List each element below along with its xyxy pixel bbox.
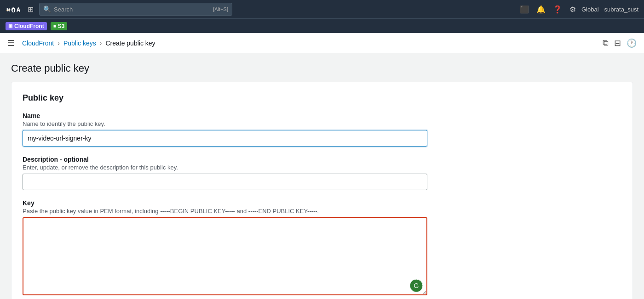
breadcrumb-actions: ⧉ ⊟ 🕐 bbox=[603, 38, 637, 48]
card-title: Public key bbox=[23, 93, 621, 103]
grid-icon[interactable]: ⊞ bbox=[28, 5, 34, 14]
key-field-group: Key Paste the public key value in PEM fo… bbox=[23, 199, 621, 299]
s3-service-badge[interactable]: ■ S3 bbox=[51, 22, 68, 30]
split-view-icon[interactable]: ⧉ bbox=[603, 38, 609, 48]
s3-icon: ■ bbox=[53, 23, 56, 28]
description-description: Enter, update, or remove the description… bbox=[23, 164, 621, 171]
clock-icon[interactable]: 🕐 bbox=[627, 38, 637, 48]
key-textarea-wrapper: G bbox=[23, 217, 427, 297]
key-textarea[interactable] bbox=[23, 217, 427, 295]
name-label: Name bbox=[23, 112, 621, 119]
name-input[interactable]: my-video-url-signer-ky bbox=[23, 130, 427, 147]
search-shortcut: [Alt+S] bbox=[213, 6, 228, 12]
aws-logo[interactable] bbox=[6, 5, 20, 14]
breadcrumb-public-keys[interactable]: Public keys bbox=[63, 39, 96, 47]
key-label: Key bbox=[23, 199, 621, 207]
cloudfront-icon: ▣ bbox=[8, 23, 12, 28]
user-menu[interactable]: subrata_sust bbox=[604, 6, 638, 13]
name-field-group: Name Name to identify the public key. my… bbox=[23, 112, 621, 147]
key-description: Paste the public key value in PEM format… bbox=[23, 208, 621, 214]
search-input[interactable] bbox=[54, 6, 213, 13]
description-field-group: Description - optional Enter, update, or… bbox=[23, 156, 621, 190]
main-content: Create public key Public key Name Name t… bbox=[0, 53, 644, 299]
settings-view-icon[interactable]: ⊟ bbox=[614, 38, 621, 48]
breadcrumb-cloudfront[interactable]: CloudFront bbox=[22, 39, 54, 47]
cloudfront-service-badge[interactable]: ▣ CloudFront bbox=[6, 22, 47, 30]
breadcrumb-sep-2: › bbox=[100, 39, 102, 47]
search-icon: 🔍 bbox=[43, 6, 51, 13]
top-navigation: ⊞ 🔍 [Alt+S] ⬛ 🔔 ❓ ⚙ Global subrata_sust bbox=[0, 0, 644, 18]
help-icon[interactable]: ❓ bbox=[553, 5, 562, 14]
description-label: Description - optional bbox=[23, 156, 621, 163]
nav-icons: ⬛ 🔔 ❓ ⚙ bbox=[520, 5, 576, 14]
menu-icon[interactable]: ☰ bbox=[7, 38, 15, 48]
name-description: Name to identify the public key. bbox=[23, 120, 621, 127]
cloudfront-label: CloudFront bbox=[14, 23, 44, 29]
search-bar[interactable]: 🔍 [Alt+S] bbox=[39, 3, 232, 16]
settings-icon[interactable]: ⚙ bbox=[569, 5, 576, 14]
region-selector[interactable]: Global bbox=[581, 6, 599, 13]
service-bar: ▣ CloudFront ■ S3 bbox=[0, 18, 644, 33]
bell-icon[interactable]: 🔔 bbox=[536, 5, 546, 14]
page-title: Create public key bbox=[11, 62, 633, 74]
breadcrumb-current: Create public key bbox=[105, 39, 155, 47]
breadcrumb-bar: ☰ CloudFront › Public keys › Create publ… bbox=[0, 33, 644, 53]
s3-label: S3 bbox=[58, 23, 65, 29]
breadcrumb-sep-1: › bbox=[58, 39, 60, 47]
public-key-card: Public key Name Name to identify the pub… bbox=[11, 82, 633, 299]
description-input[interactable] bbox=[23, 174, 427, 190]
terminal-icon[interactable]: ⬛ bbox=[520, 5, 529, 14]
